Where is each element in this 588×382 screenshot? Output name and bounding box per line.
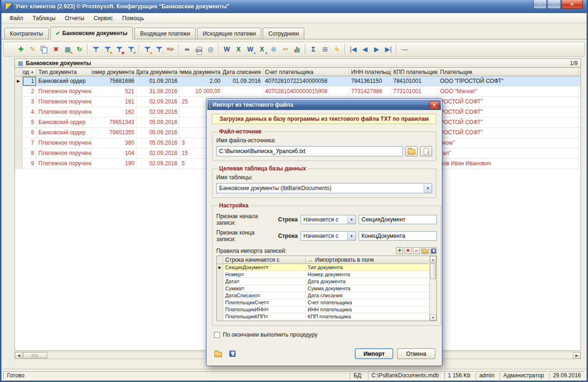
rules-scrollbar[interactable]: ▲ ▼ [429, 256, 436, 321]
rules-col1-header[interactable]: Строка начинается с [223, 256, 306, 264]
copy-record-icon[interactable] [38, 44, 50, 55]
scroll-down-button[interactable]: ▼ [430, 314, 436, 321]
column-header-doc-type[interactable]: Тип документа [37, 68, 92, 76]
scroll-left-button[interactable]: ◀ [15, 352, 22, 359]
file-path-input[interactable] [216, 146, 403, 156]
filter-apply-icon[interactable]: ✔ [125, 44, 137, 55]
nav-first-icon[interactable]: |◀ [347, 44, 359, 55]
add-record-icon[interactable]: ✚ [15, 44, 27, 55]
table-row[interactable]: ▶1Банковский ордер7568168601.09.20162,00… [15, 76, 581, 87]
cell-doc-type: Платежное поручение [37, 107, 92, 117]
minimize-button[interactable]: – [533, 0, 547, 9]
titlebar[interactable]: Учет клиентов (2.923) © Prostoysoft. Кон… [1, 0, 587, 13]
export-word-icon[interactable]: W [221, 44, 233, 55]
column-header-payer-inn[interactable]: ИНН плательщика [349, 68, 391, 76]
print-icon[interactable] [193, 44, 205, 55]
dropdown-icon[interactable]: ▼ [424, 184, 432, 193]
filter-icon[interactable] [90, 44, 102, 55]
column-header-payer[interactable]: Плательщик [438, 68, 579, 76]
dropdown-icon[interactable]: ▼ [347, 215, 355, 224]
refresh-icon[interactable]: ↻ [74, 44, 85, 55]
export-xml-icon[interactable]: <> [279, 44, 291, 55]
nav-prev-icon[interactable]: ◀ [359, 44, 371, 55]
dropdown-icon[interactable]: ▼ [347, 232, 355, 240]
rule-row[interactable]: ПлательщикСчет=Счет плательщика [217, 299, 429, 306]
column-header-doc-date[interactable]: Дата документа [137, 68, 180, 76]
import-button[interactable]: Импорт [355, 348, 393, 359]
menu-file[interactable]: Файл [5, 14, 28, 23]
filter-fast-icon[interactable]: ϟ [153, 44, 165, 55]
nav-last-icon[interactable]: ▶| [382, 44, 394, 55]
delete-rule-icon[interactable]: ✖ [404, 247, 412, 254]
tab-counterparties[interactable]: Контрагенты [4, 28, 49, 39]
rule-row[interactable]: Дата=Дата документа [217, 278, 429, 285]
menu-service[interactable]: Сервис [89, 14, 117, 23]
preview-icon[interactable]: ◎ [205, 44, 216, 55]
dialog-close-button[interactable]: × [429, 101, 439, 109]
run-procedure-checkbox[interactable] [214, 332, 220, 338]
export-word-web-icon[interactable]: W● [244, 44, 256, 55]
dialog-titlebar[interactable]: Импорт из текстового файла × [207, 100, 441, 110]
cell-writeoff-date [223, 87, 263, 96]
column-header-doc-number[interactable]: Номер документа [92, 68, 137, 76]
rule-row[interactable]: ▶СекцияДокумент=Тип документа [217, 264, 429, 271]
summary-icon[interactable]: Σ [308, 44, 319, 55]
load-rules-icon[interactable] [421, 247, 428, 254]
menu-reports[interactable]: Отчеты [61, 14, 88, 23]
close-button[interactable]: × [561, 0, 583, 9]
export-excel-web-icon[interactable]: X● [256, 44, 268, 55]
tab-employees[interactable]: Сотрудники [263, 28, 304, 39]
load-profile-button[interactable] [213, 349, 223, 359]
clear-rules-icon[interactable]: ▱ [413, 247, 420, 254]
column-header-doc-sum[interactable]: Сумма документа [180, 68, 223, 76]
column-header-code[interactable]: Код▲ [22, 68, 37, 76]
column-header-writeoff-date[interactable]: Дата списания [223, 68, 263, 76]
hscroll-thumb[interactable] [23, 352, 47, 359]
sql-filter-icon[interactable]: SQL [165, 44, 176, 55]
end-condition-select[interactable]: Начинается с ▼ [301, 231, 356, 241]
cancel-button[interactable]: Отмена [397, 348, 435, 359]
rules-col2-header[interactable]: → Импортировать в поле [306, 256, 429, 264]
browse-file-button[interactable] [405, 146, 418, 156]
start-marker-input[interactable] [359, 215, 437, 224]
delete-record-icon[interactable]: ✖ [50, 44, 62, 55]
edit-record-icon[interactable]: ✎ [27, 44, 38, 55]
rule-row[interactable]: Номер=Номер документа [217, 271, 429, 278]
maximize-button[interactable]: □ [547, 0, 561, 9]
tab-bank-documents[interactable]: ✔Банковские документы [50, 27, 133, 39]
add-rule-icon[interactable]: ✚ [396, 247, 403, 254]
find-icon[interactable]: ∞ [181, 44, 193, 55]
rule-row[interactable]: ПлательщикКПП=КПП плательщика [217, 313, 429, 320]
export-html-icon[interactable]: ⊕ [268, 44, 279, 55]
scroll-up-button[interactable]: ▲ [430, 256, 436, 263]
column-header-payer-account[interactable]: Счет плательщика [263, 68, 349, 76]
column-header-payer-kpp[interactable]: КПП плательщика [391, 68, 438, 76]
end-marker-input[interactable] [359, 231, 437, 241]
collapse-rows-icon[interactable]: — [399, 44, 411, 55]
tab-incoming-payments[interactable]: Входящие платежи [134, 28, 196, 39]
scroll-right-button[interactable]: ▶ [573, 352, 581, 359]
start-condition-select[interactable]: Начинается с ▼ [301, 215, 356, 224]
edit-file-button[interactable] [420, 146, 432, 156]
nav-next-icon[interactable]: ▶ [371, 44, 382, 55]
filter-edit-icon[interactable]: ✎ [102, 44, 113, 55]
menu-bar: ФайлТаблицыОтчетыСервисПомощь [1, 13, 587, 24]
chart-icon[interactable] [291, 44, 303, 55]
save-rules-icon[interactable] [430, 247, 437, 254]
menu-help[interactable]: Помощь [118, 14, 148, 23]
rule-row[interactable]: ПлательщикИНН=ИНН плательщика [217, 306, 429, 313]
structure-icon[interactable]: ⊞ [319, 44, 331, 55]
menu-tables[interactable]: Таблицы [29, 14, 60, 23]
filter-delete-icon[interactable]: ✖ [113, 44, 125, 55]
rule-row[interactable]: Сумма=Сумма документа [217, 285, 429, 292]
rules-scroll-thumb[interactable] [430, 263, 436, 279]
rule-row[interactable]: ДатаСписано=Дата списания [217, 292, 429, 299]
edit-table-icon[interactable]: ▦✎ [62, 44, 74, 55]
table-name-select[interactable]: Банковские документы (tblBankDocuments) … [216, 183, 432, 193]
save-profile-button[interactable] [227, 349, 237, 359]
actions-icon[interactable]: ϟ [331, 44, 343, 55]
tab-outgoing-payments[interactable]: Исходящие платежи [197, 28, 262, 39]
export-excel-icon[interactable]: X [233, 44, 244, 55]
filter-favorite-icon[interactable]: ★ [141, 44, 153, 55]
table-row[interactable]: 2Платежное поручение52131.08.201610 000,… [15, 87, 581, 97]
